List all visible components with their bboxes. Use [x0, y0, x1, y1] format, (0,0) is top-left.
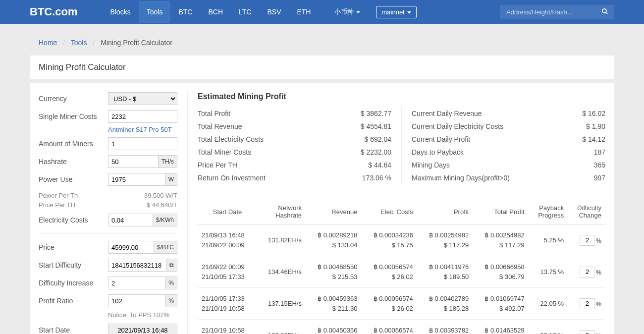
sidebar-form: Currency USD - $ Single Miner Costs Antm…	[39, 92, 187, 334]
cell-elec: ฿ 0.00056574$ 26.02	[361, 320, 417, 334]
cell-total-profit: ฿ 0.01069747$ 492.07	[473, 288, 528, 320]
hashrate-input[interactable]	[108, 156, 158, 167]
col-header: Profit	[417, 199, 473, 224]
summary-label: Current Daily Electricity Costs	[412, 122, 503, 130]
elec-input[interactable]	[108, 214, 153, 226]
cell-payback: 5.25 %	[529, 224, 568, 256]
pps-notice: Notice: To PPS 102%	[108, 311, 177, 319]
diff-change-input[interactable]	[580, 235, 594, 246]
miner-cost-label: Single Miner Costs	[39, 112, 108, 120]
summary-label: Total Revenue	[198, 122, 242, 130]
col-header: DifficultyChange	[568, 199, 605, 224]
summary-value: $ 2232.00	[361, 148, 391, 156]
cell-diff-change: %	[568, 288, 605, 320]
cell-hashrate: 134.46EH/s	[257, 256, 306, 288]
price-per-th-label: Price Per TH	[39, 201, 75, 209]
difficulty-refresh-icon[interactable]: ⧉	[166, 259, 177, 271]
cell-elec: ฿ 0.00034236$ 15.75	[361, 224, 417, 256]
col-header: PaybackProgress	[529, 199, 568, 224]
cell-profit: ฿ 0.00411976$ 189.50	[417, 256, 473, 288]
cell-hashrate: 137.15EH/s	[257, 288, 306, 320]
diff-inc-input[interactable]	[108, 277, 165, 289]
network-select[interactable]: mainnet	[376, 6, 416, 18]
summary-title: Estimated Mining Profit	[198, 92, 605, 101]
miner-model-link[interactable]: Antminer S17 Pro 50T	[108, 126, 177, 133]
summary-label: Mining Days	[412, 161, 450, 169]
cell-profit: ฿ 0.00402789$ 185.28	[417, 288, 473, 320]
amount-label: Amount of Miners	[39, 140, 108, 148]
price-unit: $/BTC	[154, 241, 177, 253]
nav-blocks[interactable]: Blocks	[103, 1, 139, 23]
main-nav: Blocks Tools BTC BCH LTC BSV ETH 小币种 mai…	[103, 1, 417, 23]
profit-table: Start DateNetworkHashrateRevenueElec. Co…	[198, 199, 605, 334]
price-input[interactable]	[108, 241, 154, 253]
cell-revenue: ฿ 0.00289218$ 133.04	[306, 224, 361, 256]
col-header: Revenue	[306, 199, 361, 224]
nav-eth[interactable]: ETH	[289, 1, 319, 23]
cell-diff-change: %	[568, 256, 605, 288]
summary-value: $ 1.90	[586, 122, 605, 130]
summary-label: Total Profit	[198, 110, 230, 117]
hashrate-label: Hashrate	[39, 158, 108, 166]
amount-input[interactable]	[108, 137, 177, 150]
cell-total-profit: ฿ 0.01463529$ 673.21	[473, 320, 528, 334]
svg-point-0	[602, 8, 606, 12]
table-row: 21/10/19 10:5821/11/02 04:23139.89EH/s฿ …	[198, 320, 605, 334]
breadcrumb-tools[interactable]: Tools	[71, 39, 87, 47]
cell-elec: ฿ 0.00056574$ 26.02	[361, 288, 417, 320]
col-header: Total Profit	[473, 199, 528, 224]
breadcrumb-home[interactable]: Home	[39, 39, 57, 47]
elec-label: Electricity Costs	[39, 216, 108, 224]
power-unit: W	[165, 173, 177, 185]
summary-value: $ 692.04	[365, 135, 392, 143]
summary-label: Maximum Mining Days(profit>0)	[412, 174, 510, 182]
miner-cost-input[interactable]	[108, 110, 177, 123]
cell-elec: ฿ 0.00056574$ 26.02	[361, 256, 417, 288]
cell-date: 21/10/19 10:5821/11/02 04:23	[198, 320, 257, 334]
nav-tools[interactable]: Tools	[139, 1, 171, 23]
diff-change-input[interactable]	[580, 267, 594, 278]
nav-ltc[interactable]: LTC	[231, 1, 259, 23]
main-content: Estimated Mining Profit Total Profit$ 38…	[187, 92, 605, 334]
start-date-label: Start Date	[39, 326, 108, 334]
nav-bch[interactable]: BCH	[200, 1, 231, 23]
col-header: Start Date	[198, 199, 257, 224]
cell-date: 21/09/22 00:0921/10/05 17:33	[198, 256, 257, 288]
cell-total-profit: ฿ 0.00666958$ 306.79	[473, 256, 528, 288]
start-date-input[interactable]	[108, 324, 177, 334]
power-input[interactable]	[108, 173, 165, 185]
svg-line-1	[606, 12, 608, 14]
summary-label: Current Daily Revenue	[412, 110, 482, 117]
price-label: Price	[39, 243, 108, 251]
search-icon[interactable]	[601, 8, 608, 16]
nav-bsv[interactable]: BSV	[259, 1, 289, 23]
summary-label: Price Per TH	[198, 161, 237, 169]
cell-payback: 30.16 %	[529, 320, 568, 334]
summary-label: Current Daily Profit	[412, 135, 470, 143]
profit-ratio-label: Profit Ratio	[39, 297, 108, 305]
cell-revenue: ฿ 0.00450356$ 207.16	[306, 320, 361, 334]
nav-altcoins[interactable]: 小币种	[328, 7, 366, 16]
diff-change-input[interactable]	[580, 298, 594, 309]
cell-date: 21/09/13 16:4821/09/22 00:09	[198, 224, 257, 256]
nav-btc[interactable]: BTC	[170, 1, 200, 23]
cell-payback: 22.05 %	[529, 288, 568, 320]
profit-ratio-input[interactable]	[108, 295, 165, 307]
breadcrumb-current: Mining Profit Calculator	[101, 39, 172, 47]
power-label: Power Use	[39, 175, 108, 183]
currency-select[interactable]: USD - $	[108, 92, 177, 105]
search-box	[500, 5, 614, 19]
cell-profit: ฿ 0.00393782$ 181.14	[417, 320, 473, 334]
difficulty-label: Start Difficulty	[39, 261, 108, 269]
summary-value: $ 14.12	[582, 135, 605, 143]
cell-revenue: ฿ 0.00468550$ 215.53	[306, 256, 361, 288]
cell-payback: 13.75 %	[529, 256, 568, 288]
search-input[interactable]	[506, 8, 601, 16]
logo[interactable]: BTC.com	[30, 5, 78, 18]
diff-change-input[interactable]	[580, 330, 594, 334]
summary-value: 997	[594, 174, 605, 182]
cell-date: 21/10/05 17:3321/10/19 10:58	[198, 288, 257, 320]
summary-value: 187	[594, 148, 605, 156]
percent-unit: %	[165, 277, 177, 289]
difficulty-input[interactable]	[108, 259, 166, 271]
